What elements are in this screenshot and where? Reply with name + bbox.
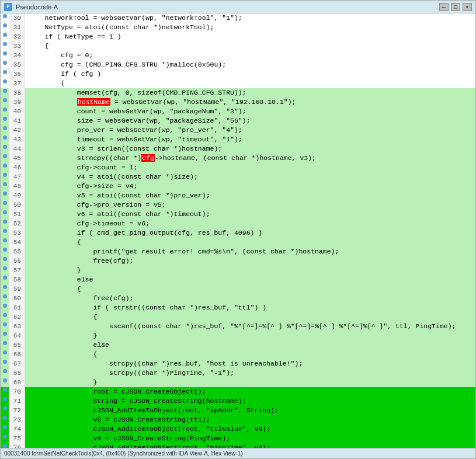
line-content: cfg->timeout = v6; — [25, 219, 475, 228]
breakpoint-dot — [1, 88, 9, 93]
line-content: strncpy((char *)cfg->hostname, (const ch… — [25, 154, 475, 163]
line-number: 48 — [9, 182, 25, 191]
window-controls: ─ □ × — [439, 3, 472, 11]
line-content: size = websGetVar(wp, "packageSize", "56… — [25, 116, 475, 126]
breakpoint-dot — [1, 387, 9, 392]
line-content: else — [25, 340, 475, 350]
line-content: hostName = websGetVar(wp, "hostName", "1… — [25, 98, 475, 107]
table-row: 47 v4 = atoi((const char *)size); — [1, 172, 475, 182]
table-row: 51 v6 = atoi((const char *)timeout); — [1, 210, 475, 219]
line-content: printf("get result error! cmd=%s\n", (co… — [25, 247, 475, 256]
line-content: strcpy((char *)PingTime, "-1"); — [25, 368, 475, 378]
app-icon: P — [4, 3, 12, 11]
line-content: NetType = atoi((const char *)networkTool… — [25, 23, 475, 32]
maximize-button[interactable]: □ — [451, 3, 460, 11]
table-row: 36 if ( cfg ) — [1, 69, 475, 79]
line-number: 75 — [9, 434, 25, 443]
close-button[interactable]: × — [463, 3, 472, 11]
line-number: 49 — [9, 191, 25, 200]
breakpoint-dot — [1, 191, 9, 196]
line-number: 76 — [9, 443, 25, 448]
line-number: 45 — [9, 154, 25, 163]
breakpoint-dot — [1, 322, 9, 326]
table-row: 60 free(cfg); — [1, 294, 475, 303]
breakpoint-dot — [1, 303, 9, 308]
breakpoint-dot — [1, 69, 9, 74]
breakpoint-dot — [1, 60, 9, 65]
table-row: 57 } — [1, 266, 475, 275]
breakpoint-dot — [1, 182, 9, 186]
table-row: 37 { — [1, 79, 475, 88]
line-content: { — [25, 238, 475, 247]
line-content: v6 = atoi((const char *)timeout); — [25, 210, 475, 219]
breakpoint-dot — [1, 32, 9, 37]
line-number: 61 — [9, 303, 25, 312]
line-content: cJSON_AddItemToObject(root, "ttlValue", … — [25, 425, 475, 434]
line-content: { — [25, 79, 475, 88]
line-content: else — [25, 275, 475, 284]
line-number: 39 — [9, 98, 25, 107]
title-bar-left: P Pseudocode-A — [4, 3, 58, 11]
breakpoint-dot — [1, 378, 9, 382]
line-content: cfg = 0; — [25, 51, 475, 60]
line-content: count = websGetVar(wp, "packageNum", "3"… — [25, 107, 475, 116]
breakpoint-dot — [1, 294, 9, 298]
line-number: 35 — [9, 60, 25, 69]
line-number: 66 — [9, 350, 25, 359]
line-number: 41 — [9, 116, 25, 126]
breakpoint-dot — [1, 434, 9, 439]
line-number: 62 — [9, 312, 25, 322]
minimize-button[interactable]: ─ — [439, 3, 449, 11]
window-title: Pseudocode-A — [16, 4, 58, 11]
breakpoint-dot — [1, 13, 9, 18]
line-content: if ( NetType == 1 ) — [25, 32, 475, 41]
breakpoint-dot — [1, 200, 9, 205]
table-row: 45 strncpy((char *)cfg->hostname, (const… — [1, 154, 475, 163]
table-row: 76 cJSON_AddItemToObject(root, "pingTime… — [1, 443, 475, 448]
breakpoint-dot — [1, 350, 9, 354]
line-content: cfg->pro_version = v5; — [25, 200, 475, 210]
line-content: } — [25, 266, 475, 275]
table-row: 68 strcpy((char *)PingTime, "-1"); — [1, 368, 475, 378]
line-content: timeout = websGetVar(wp, "timeout", "1")… — [25, 135, 475, 144]
title-bar: P Pseudocode-A ─ □ × — [1, 1, 475, 13]
table-row: 62 { — [1, 312, 475, 322]
line-number: 73 — [9, 415, 25, 425]
line-content: pro_ver = websGetVar(wp, "pro_ver", "4")… — [25, 126, 475, 135]
line-content: strcpy((char *)res_buf, "host is unreach… — [25, 359, 475, 368]
line-number: 72 — [9, 406, 25, 415]
code-area: 30 networkTool = websGetVar(wp, "network… — [1, 13, 475, 448]
breakpoint-dot — [1, 79, 9, 84]
line-content: if ( strstr((const char *)res_buf, "ttl"… — [25, 303, 475, 312]
breakpoint-dot — [1, 275, 9, 280]
breakpoint-dot — [1, 41, 9, 46]
breakpoint-dot — [1, 107, 9, 112]
breakpoint-dot — [1, 23, 9, 27]
hostname-highlight: hostName — [77, 98, 110, 106]
line-content: v4 = atoi((const char *)size); — [25, 172, 475, 182]
breakpoint-dot — [1, 397, 9, 401]
line-number: 34 — [9, 51, 25, 60]
line-number: 65 — [9, 340, 25, 350]
line-content: { — [25, 41, 475, 51]
table-row: 56 free(cfg); — [1, 256, 475, 266]
line-content: cfg->size = v4; — [25, 182, 475, 191]
breakpoint-dot — [1, 331, 9, 336]
line-number: 74 — [9, 425, 25, 434]
table-row: 70 root = cJSON_CreateObject(); — [1, 387, 475, 397]
line-content: v4 = cJSON_CreateString(PingTime); — [25, 434, 475, 443]
line-content: cfg->count = 1; — [25, 163, 475, 172]
line-number: 70 — [9, 387, 25, 397]
table-row: 48 cfg->size = v4; — [1, 182, 475, 191]
line-number: 40 — [9, 107, 25, 116]
line-number: 51 — [9, 210, 25, 219]
line-content: { — [25, 312, 475, 322]
line-content: } — [25, 378, 475, 387]
line-number: 44 — [9, 144, 25, 154]
line-number: 64 — [9, 331, 25, 340]
line-content: String = cJSON_CreateString(hostname); — [25, 397, 475, 406]
breakpoint-dot — [1, 443, 9, 448]
line-content: root = cJSON_CreateObject(); — [25, 387, 475, 397]
breakpoint-dot — [1, 238, 9, 242]
breakpoint-dot — [1, 172, 9, 177]
